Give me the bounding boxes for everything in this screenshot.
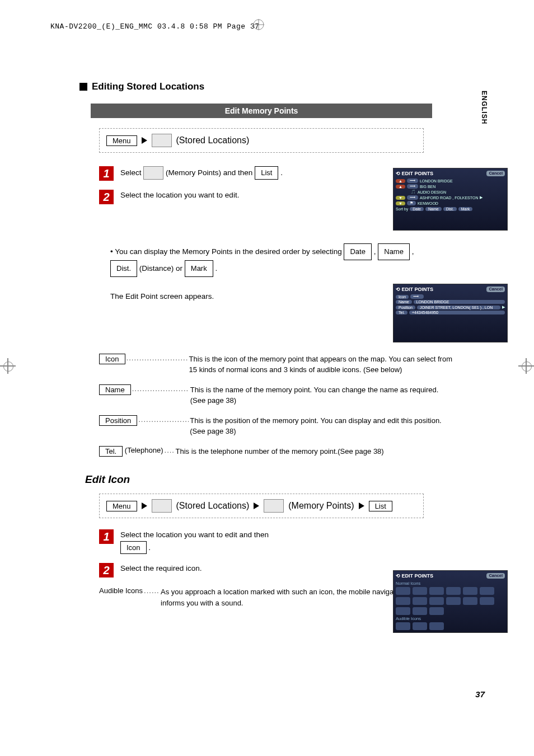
edit-icon-step-1: Select the location you want to edit and… (120, 529, 288, 554)
icon-button[interactable]: Icon (120, 541, 147, 555)
stored-locations-label: (Stored Locations) (176, 135, 250, 145)
step-1-text: Select (Memory Points) and then List . (120, 166, 283, 180)
memory-points-icon (143, 166, 163, 180)
registration-mark-left (0, 358, 16, 374)
breadcrumb-strip-1: Menu (Stored Locations) (99, 128, 424, 153)
tel-field-desc: This is the telephone number of the memo… (176, 446, 455, 457)
edit-point-appears: The Edit Point screen appears. (110, 290, 323, 303)
registration-mark-right (518, 358, 534, 374)
tel-suffix: (Telephone) (125, 446, 163, 454)
step-number-1: 1 (99, 166, 114, 181)
list-button[interactable]: List (369, 501, 392, 511)
section-bullet (79, 83, 87, 91)
section-title: Editing Stored Locations (92, 81, 204, 92)
step-2-text: Select the location you want to edit. (120, 190, 239, 201)
stored-locations-icon (152, 134, 172, 147)
edit-icon-step-2: Select the required icon. (120, 563, 202, 574)
collate-icon (253, 19, 264, 30)
edit-points-list-screenshot: ⟲ EDIT POINTS Cancel ▲⟶LONDON BRIDGE ▲⟶B… (393, 168, 508, 231)
arrow-icon (254, 503, 259, 509)
page-number: 37 (475, 689, 485, 699)
dist-button[interactable]: Dist. (110, 260, 137, 277)
arrow-icon (142, 503, 147, 509)
cancel-button[interactable]: Cancel (486, 287, 505, 292)
list-button[interactable]: List (255, 166, 278, 180)
name-field-button[interactable]: Name (99, 384, 131, 395)
print-header: KNA-DV2200_(E)_ENG_MMC 03.4.8 0:58 PM Pa… (50, 22, 260, 31)
menu-button[interactable]: Menu (106, 501, 137, 511)
step-number-2: 2 (99, 190, 114, 204)
cancel-button[interactable]: Cancel (486, 171, 505, 176)
language-tab: ENGLISH (480, 91, 488, 124)
menu-button[interactable]: Menu (106, 135, 137, 146)
audible-icons-label: Audible Icons (99, 586, 143, 608)
step-number-1: 1 (99, 529, 114, 544)
stored-locations-icon (152, 499, 172, 513)
date-button[interactable]: Date (344, 243, 371, 260)
subsection-bar: Edit Memory Points (91, 104, 432, 118)
position-field-desc: This is the position of the memory point… (190, 415, 455, 437)
sort-note: • You can display the Memory Points in t… (110, 243, 424, 277)
position-field-button[interactable]: Position (99, 415, 137, 426)
name-field-desc: This is the name of the memory point. Yo… (190, 384, 455, 406)
name-button[interactable]: Name (378, 243, 410, 260)
tel-field-button[interactable]: Tel. (99, 446, 123, 457)
memory-points-icon (264, 499, 284, 513)
icon-field-button[interactable]: Icon (99, 354, 125, 364)
edit-icon-heading: Edit Icon (85, 473, 455, 486)
arrow-icon (142, 137, 147, 144)
arrow-icon (359, 503, 364, 509)
step-number-2: 2 (99, 563, 114, 577)
breadcrumb-strip-2: Menu (Stored Locations) (Memory Points) … (99, 494, 424, 518)
icon-field-desc: This is the icon of the memory point tha… (189, 354, 455, 375)
memory-points-label: (Memory Points) (288, 501, 354, 511)
cancel-button[interactable]: Cancel (486, 573, 505, 579)
mark-button[interactable]: Mark (185, 260, 213, 277)
edit-points-icons-screenshot: ⟲ EDIT POINTS Cancel Normal Icons Audibl… (393, 570, 508, 633)
stored-locations-label: (Stored Locations) (176, 501, 250, 511)
edit-point-detail-screenshot: ⟲ EDIT POINTS Cancel Icon⟶ NameLONDON BR… (393, 284, 508, 342)
